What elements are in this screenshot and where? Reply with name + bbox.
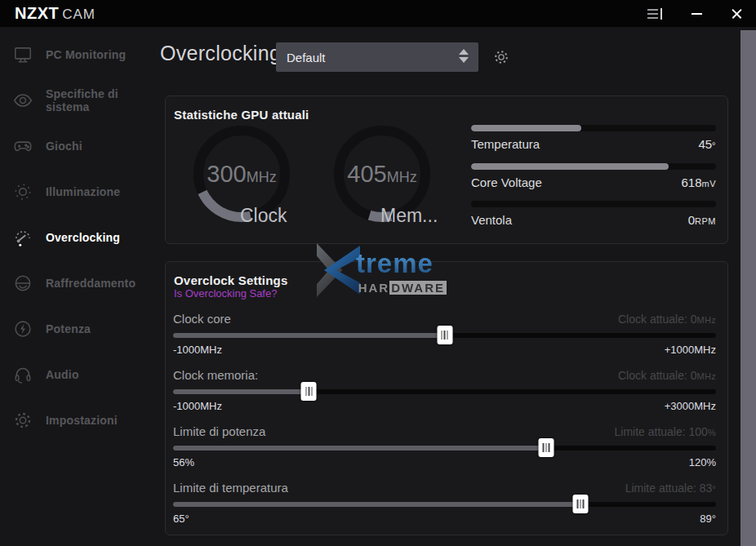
slider-max: 89° xyxy=(700,513,716,525)
temperature-limit-slider[interactable] xyxy=(173,502,716,507)
cooling-icon xyxy=(11,272,34,295)
gpu-memory-gauge: 405MHz Mem... xyxy=(333,125,431,223)
meter-label: Temperatura xyxy=(471,137,540,151)
gpu-stats-title: Statistiche GPU attuali xyxy=(174,108,309,122)
gpu-clock-label: Clock xyxy=(240,205,287,227)
sidebar-item-label: Potenza xyxy=(46,322,91,335)
slider-thumb[interactable] xyxy=(539,438,554,457)
slider-current-value: Clock attuale: 0MHz xyxy=(618,313,716,326)
meter-bar xyxy=(471,163,716,170)
slider-label: Limite di potenza xyxy=(173,424,265,438)
sidebar-item-illuminazione[interactable]: Illuminazione xyxy=(0,169,159,215)
meter-bar xyxy=(471,125,716,131)
core-voltage-meter: Core Voltage 618mV xyxy=(471,163,716,189)
headset-icon xyxy=(11,363,34,386)
temperature-limit-slider-group: Limite di temperatura Limite attuale: 83… xyxy=(173,481,716,525)
sidebar-item-label: Overclocking xyxy=(46,231,120,244)
fan-meter: Ventola 0RPM xyxy=(471,201,716,227)
gpu-memory-value: 405MHz xyxy=(333,161,431,188)
slider-min: -1000MHz xyxy=(173,344,222,356)
minimize-button[interactable] xyxy=(684,0,709,27)
power-limit-slider[interactable] xyxy=(173,446,716,451)
gamepad-icon xyxy=(11,135,34,158)
sidebar-item-label: Audio xyxy=(46,368,79,381)
close-button[interactable] xyxy=(723,0,749,27)
sidebar-item-label: Impostazioni xyxy=(46,414,118,427)
sidebar-item-audio[interactable]: Audio xyxy=(0,352,159,397)
sidebar: PC Monitoring Specifiche di sistema Gioc… xyxy=(0,32,159,443)
meter-label: Core Voltage xyxy=(471,175,542,189)
close-icon xyxy=(732,8,742,19)
sidebar-item-potenza[interactable]: Potenza xyxy=(0,306,159,352)
sidebar-item-raffreddamento[interactable]: Raffreddamento xyxy=(0,260,159,306)
slider-label: Clock core xyxy=(173,312,231,326)
slider-min: 56% xyxy=(173,456,194,468)
slider-label: Limite di temperatura xyxy=(173,481,288,495)
meter-label: Ventola xyxy=(471,213,512,227)
monitor-icon xyxy=(11,43,34,66)
gear-icon xyxy=(492,48,510,66)
minimize-icon xyxy=(692,13,702,15)
slider-max: 120% xyxy=(689,456,716,468)
meter-value: 0RPM xyxy=(688,213,716,227)
meter-value: 618mV xyxy=(681,175,716,189)
sidebar-item-overclocking[interactable]: Overclocking xyxy=(0,215,159,260)
gpu-stats-card: Statistiche GPU attuali 300MHz Clock 405… xyxy=(165,95,728,244)
meter-value: 45° xyxy=(698,137,716,151)
sidebar-item-label: Giochi xyxy=(46,140,82,153)
sidebar-item-label: Raffreddamento xyxy=(46,277,136,290)
page-title: Overclocking xyxy=(160,42,281,65)
slider-current-value: Clock attuale: 0MHz xyxy=(618,369,716,382)
sidebar-item-label: PC Monitoring xyxy=(46,48,126,61)
overclock-settings-gear-button[interactable] xyxy=(492,48,510,66)
brand-cam: CAM xyxy=(62,7,96,23)
gpu-memory-label: Mem... xyxy=(380,205,438,227)
slider-min: 65° xyxy=(173,513,189,525)
overclock-settings-title: Overclock Settings xyxy=(174,273,288,287)
slider-current-value: Limite attuale: 83° xyxy=(625,482,716,495)
slider-thumb[interactable] xyxy=(437,326,452,344)
sidebar-item-giochi[interactable]: Giochi xyxy=(0,123,159,169)
slider-max: +1000MHz xyxy=(665,344,716,356)
gpu-clock-value: 300MHz xyxy=(193,161,291,188)
profile-dropdown[interactable]: Default xyxy=(276,42,478,72)
overclock-settings-card: Overclock Settings Is Overclocking Safe?… xyxy=(165,261,728,535)
clock-memory-slider[interactable] xyxy=(173,389,716,394)
vertical-scrollbar[interactable] xyxy=(740,30,756,546)
collapse-panel-icon xyxy=(647,8,664,20)
sun-icon xyxy=(11,180,34,203)
slider-max: +3000MHz xyxy=(665,400,716,412)
temperature-meter: Temperatura 45° xyxy=(471,125,716,151)
sidebar-item-impostazioni[interactable]: Impostazioni xyxy=(0,397,159,443)
slider-current-value: Limite attuale: 100% xyxy=(615,425,717,438)
power-limit-slider-group: Limite di potenza Limite attuale: 100% 5… xyxy=(173,424,716,468)
is-overclocking-safe-link[interactable]: Is Overclocking Safe? xyxy=(174,287,277,300)
slider-min: -1000MHz xyxy=(173,400,222,412)
dropdown-spinner-icon xyxy=(459,49,469,63)
clock-core-slider-group: Clock core Clock attuale: 0MHz -1000MHz … xyxy=(173,312,716,356)
power-icon xyxy=(11,317,34,340)
gauge-icon xyxy=(11,226,34,249)
gear-icon xyxy=(11,409,34,432)
titlebar: NZXT CAM xyxy=(0,0,756,27)
brand-nzxt: NZXT xyxy=(15,4,59,23)
meter-bar xyxy=(471,201,716,207)
gpu-clock-gauge: 300MHz Clock xyxy=(193,125,291,223)
sidebar-item-label: Specifiche di sistema xyxy=(46,87,159,113)
nzxt-cam-window: NZXT CAM PC Monitoring Specifiche di sis… xyxy=(0,0,756,546)
sidebar-item-specifiche-di-sistema[interactable]: Specifiche di sistema xyxy=(0,78,159,123)
eye-icon xyxy=(11,89,34,112)
sidebar-item-label: Illuminazione xyxy=(46,185,120,198)
sidebar-item-pc-monitoring[interactable]: PC Monitoring xyxy=(0,32,159,78)
profile-dropdown-value: Default xyxy=(287,51,326,64)
slider-thumb[interactable] xyxy=(301,382,317,401)
clock-memory-slider-group: Clock memoria: Clock attuale: 0MHz -1000… xyxy=(173,368,716,412)
app-logo: NZXT CAM xyxy=(15,4,96,23)
collapse-panel-button[interactable] xyxy=(642,0,669,27)
clock-core-slider[interactable] xyxy=(173,333,716,338)
slider-label: Clock memoria: xyxy=(173,368,258,382)
slider-thumb[interactable] xyxy=(572,495,588,513)
